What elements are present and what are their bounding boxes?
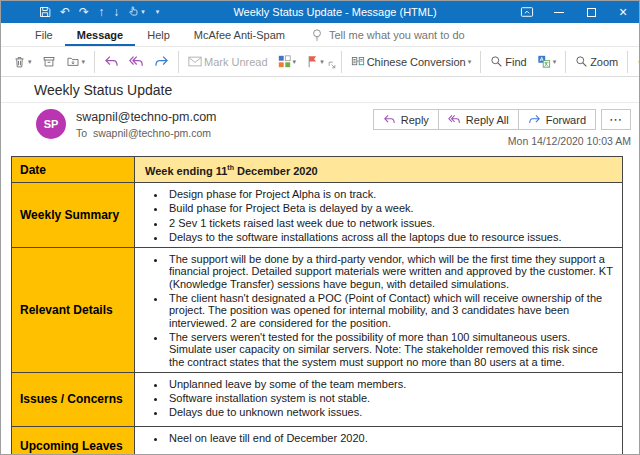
window-title: Weekly Status Update - Message (HTML) (159, 6, 511, 18)
reply-all-icon (129, 55, 144, 68)
reply-action-button[interactable]: Reply (373, 109, 439, 130)
flag-icon (306, 55, 318, 68)
categorize-button[interactable]: ▾ (274, 52, 301, 71)
sender-address[interactable]: swapnil@techno-pm.com (76, 110, 217, 124)
bullet-item: Delays to the software installations acr… (167, 231, 616, 243)
row-content: Week ending 11th December 2020 (135, 157, 623, 183)
row-content: Design phase for Project Alpha is on tra… (135, 183, 623, 248)
customize-qat-icon[interactable]: ▾ (156, 8, 160, 16)
row-label: Weekly Summary (12, 183, 135, 248)
trash-icon (13, 55, 26, 69)
sender-avatar[interactable]: SP (36, 109, 66, 139)
message-subject: Weekly Status Update (34, 82, 631, 98)
table-row: Issues / ConcernsUnplanned leave by some… (12, 372, 623, 426)
bullet-item: Delays due to unknown network issues. (167, 406, 616, 418)
message-actions: Reply Reply All Forward ⋯ (373, 109, 631, 130)
table-row: DateWeek ending 11th December 2020 (12, 157, 623, 183)
row-content: The support will be done by a third-part… (135, 248, 623, 373)
chinese-conversion-icon (351, 55, 365, 68)
outlook-message-window: ↶ ↷ ↑ ↓ ▾ ▾ Weekly Status Update - Messa… (0, 0, 640, 455)
bullet-item: Unplanned leave by some of the team memb… (167, 378, 616, 390)
archive-button[interactable] (38, 52, 60, 71)
follow-up-flag-button[interactable]: ▾ (302, 52, 328, 71)
undo-icon[interactable]: ↶ (60, 6, 70, 18)
bullet-item: The support will be done by a third-part… (167, 253, 616, 290)
move-folder-icon (66, 55, 80, 68)
bullet-item: Design phase for Project Alpha is on tra… (167, 188, 616, 200)
maximize-button[interactable] (575, 1, 607, 23)
delete-button[interactable]: ▾ (9, 52, 36, 72)
ribbon-tab-bar: File Message Help McAfee Anti-Spam Tell … (1, 23, 639, 47)
save-icon[interactable] (39, 6, 51, 18)
search-icon (490, 55, 503, 68)
touch-mouse-mode-icon[interactable]: ▾ (128, 6, 145, 18)
envelope-icon (188, 56, 202, 67)
window-controls: × (511, 1, 639, 23)
find-button[interactable]: Find (486, 52, 530, 71)
message-pane: Weekly Status Update SP swapnil@techno-p… (1, 77, 639, 454)
bullet-item: 2 Sev 1 tickets raised last week due to … (167, 217, 616, 229)
bullet-item: Neel on leave till end of December 2020. (167, 432, 616, 444)
chinese-conversion-button[interactable]: Chinese Conversion ▾ (347, 52, 476, 71)
dialog-launcher-icon[interactable] (328, 61, 336, 69)
tab-mcafee-antispam[interactable]: McAfee Anti-Spam (182, 23, 297, 46)
mark-unread-button: Mark Unread (184, 53, 272, 71)
tab-file[interactable]: File (23, 23, 65, 46)
translate-icon (537, 55, 551, 68)
more-commands-button[interactable]: ⋯ (633, 51, 640, 72)
message-header: SP swapnil@techno-pm.com To swapnil@tech… (1, 103, 639, 151)
translate-button[interactable]: ▾ (533, 52, 561, 71)
forward-icon (154, 55, 169, 68)
recipient-line[interactable]: To swapnil@techno-pm.com (76, 127, 217, 139)
move-down-icon[interactable]: ↓ (113, 6, 119, 18)
forward-button[interactable] (150, 52, 173, 71)
ribbon-toolbar: ▾ ▾ Mark Unread (1, 47, 639, 77)
message-timestamp: Mon 14/12/2020 10:03 AM (508, 135, 631, 147)
quick-access-toolbar: ↶ ↷ ↑ ↓ ▾ ▾ (1, 6, 159, 18)
row-label: Date (12, 157, 135, 183)
lightbulb-icon (311, 28, 323, 42)
close-button[interactable]: × (607, 1, 639, 23)
reply-all-action-button[interactable]: Reply All (438, 109, 519, 130)
move-button[interactable]: ▾ (62, 52, 90, 71)
minimize-button[interactable] (543, 1, 575, 23)
bullet-item: The client hasn't designated a POC (Poin… (167, 292, 616, 329)
categorize-icon (278, 55, 291, 68)
forward-action-button[interactable]: Forward (518, 109, 596, 130)
table-row: Weekly SummaryDesign phase for Project A… (12, 183, 623, 248)
title-bar: ↶ ↷ ↑ ↓ ▾ ▾ Weekly Status Update - Messa… (1, 1, 639, 23)
row-content: Neel on leave till end of December 2020. (135, 426, 623, 454)
tab-message[interactable]: Message (65, 23, 135, 46)
archive-icon (42, 55, 56, 68)
tell-me-search[interactable]: Tell me what you want to do (311, 28, 465, 42)
zoom-icon (575, 55, 588, 68)
reply-all-icon (448, 114, 461, 125)
more-actions-button[interactable]: ⋯ (601, 109, 631, 130)
table-row: Upcoming LeavesNeel on leave till end of… (12, 426, 623, 454)
row-label: Upcoming Leaves (12, 426, 135, 454)
ribbon-display-options-icon[interactable] (511, 1, 543, 23)
reply-button[interactable] (100, 52, 123, 71)
row-content: Unplanned leave by some of the team memb… (135, 372, 623, 426)
subject-row: Weekly Status Update (1, 77, 639, 103)
forward-icon (528, 114, 541, 125)
status-table: DateWeek ending 11th December 2020Weekly… (11, 156, 623, 454)
row-label: Relevant Details (12, 248, 135, 373)
reply-icon (104, 55, 119, 68)
table-row: Relevant DetailsThe support will be done… (12, 248, 623, 373)
bullet-item: Software installation system is not stab… (167, 392, 616, 404)
redo-icon[interactable]: ↷ (79, 6, 89, 18)
reply-icon (383, 114, 396, 125)
bullet-item: The servers weren't tested for the possi… (167, 331, 616, 368)
row-label: Issues / Concerns (12, 372, 135, 426)
tab-help[interactable]: Help (135, 23, 182, 46)
reply-all-button[interactable] (125, 52, 148, 71)
recipient-address: swapnil@techno-pm.com (93, 127, 211, 139)
bullet-item: Build phase for Project Beta is delayed … (167, 202, 616, 214)
zoom-button[interactable]: Zoom (571, 52, 622, 71)
move-up-icon[interactable]: ↑ (98, 6, 104, 18)
